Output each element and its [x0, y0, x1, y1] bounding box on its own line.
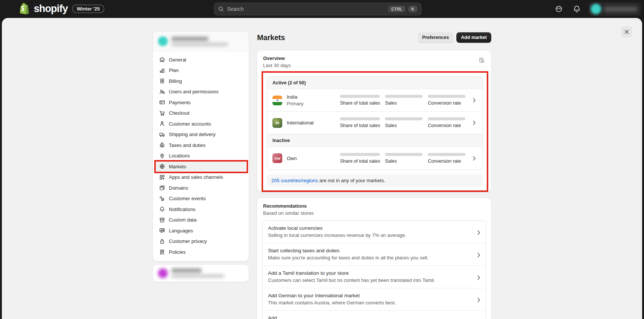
add-market-button[interactable]: Add market [456, 32, 491, 43]
store-icon [159, 57, 165, 63]
recommendations-subtitle: Based on similar stores [263, 210, 485, 216]
view-report-button[interactable] [476, 55, 487, 65]
sidebar-item-customer-accounts[interactable]: Customer accounts [156, 118, 246, 129]
sidebar-item-taxes-and-duties[interactable]: Taxes and duties [156, 140, 246, 151]
market-name: Own [287, 156, 336, 161]
market-metrics: Share of total sales Sales Conversion ra… [340, 117, 465, 128]
money-bag-icon [159, 142, 165, 148]
metric-bar [385, 153, 423, 156]
market-metrics: Share of total sales Sales Conversion ra… [340, 153, 465, 164]
account-menu[interactable] [589, 2, 641, 16]
sidebar-item-customer-privacy[interactable]: Customer privacy [156, 236, 246, 247]
metric-bar [428, 117, 465, 120]
countries-regions-link[interactable]: 205 countries/regions [271, 178, 318, 183]
recommendation-activate-local-currencies[interactable]: Activate local currencies Selling in loc… [263, 221, 486, 243]
market-subtitle: Primary [287, 101, 336, 106]
settings-layout: General Plan Billing Users and permissio… [153, 18, 491, 319]
secondary-account-card[interactable] [153, 265, 249, 282]
countries-footer: 205 countries/regions are not in any of … [267, 174, 483, 187]
shopify-logo: shopify Winter '25 [19, 3, 104, 15]
chevron-right-icon [471, 98, 477, 103]
page-title: Markets [257, 33, 285, 42]
overview-card: Overview Last 30 days Active (2 of 50) [257, 50, 491, 192]
shopify-bag-icon [19, 3, 29, 15]
recommendations-list: Activate local currencies Selling in loc… [262, 220, 486, 319]
chevron-right-icon [477, 230, 480, 237]
apps-grid-icon [159, 174, 165, 180]
redacted-store-name [604, 6, 637, 12]
sidebar-item-customer-events[interactable]: Customer events [156, 193, 246, 204]
truck-icon [159, 132, 165, 138]
sidebar-item-notifications[interactable]: Notifications [156, 204, 246, 215]
market-row-international[interactable]: IN International Share of total sales Sa… [267, 112, 483, 134]
market-row-own[interactable]: OW Own Share of total sales Sales Conver… [267, 147, 483, 169]
metric-bar [385, 117, 423, 120]
users-icon [159, 89, 165, 95]
global-search-input[interactable]: Search CTRL K [214, 3, 421, 15]
chevron-right-icon [471, 120, 477, 125]
store-avatar [591, 4, 601, 14]
recommendations-card: Recommendations Based on similar stores … [257, 198, 491, 319]
sidebar-item-custom-data[interactable]: Custom data [156, 215, 246, 226]
store-avatar-small [158, 36, 168, 46]
cart-icon [159, 110, 165, 116]
settings-modal: General Plan Billing Users and permissio… [2, 18, 642, 319]
sidebar-item-policies[interactable]: Policies [156, 247, 246, 258]
recommendation-tamil-translation[interactable]: Add a Tamil translation to your store Cu… [263, 266, 486, 288]
secondary-avatar [158, 268, 168, 278]
close-button[interactable] [621, 26, 632, 37]
markets-table: Active (2 of 50) India Primary Share of … [267, 76, 483, 170]
person-icon [159, 121, 165, 127]
sidebar-item-domains[interactable]: Domains [156, 183, 246, 193]
sidebar-item-apps-and-sales-channels[interactable]: Apps and sales channels [156, 172, 246, 183]
metric-bar [340, 153, 380, 156]
sidekick-button[interactable] [553, 3, 565, 15]
recommendation-add-german[interactable]: Add German to your International market … [263, 288, 486, 311]
market-name: India [287, 94, 336, 100]
credit-card-icon [159, 99, 165, 105]
archive-box-icon [159, 217, 165, 223]
brand-wordmark: shopify [34, 3, 68, 15]
markets-globe-icon [159, 163, 165, 169]
inactive-section-header: Inactive [267, 134, 483, 147]
sidebar-item-checkout[interactable]: Checkout [156, 108, 246, 119]
topbar-right [553, 0, 641, 18]
sidebar-item-general[interactable]: General [156, 54, 246, 65]
chevron-right-icon [477, 297, 480, 304]
shortcut-k-key: K [408, 6, 417, 12]
search-placeholder: Search [227, 6, 385, 12]
sidebar-item-users-and-permissions[interactable]: Users and permissions [156, 87, 246, 97]
bell-icon [159, 206, 165, 212]
search-icon [218, 6, 224, 12]
shortcut-ctrl-key: CTRL [388, 6, 405, 12]
preferences-button[interactable]: Preferences [418, 32, 454, 43]
india-flag-icon [272, 96, 282, 105]
sidebar-item-billing[interactable]: Billing [156, 76, 246, 87]
countries-footer-text: are not in any of your markets. [318, 178, 385, 183]
market-name: International [287, 120, 336, 126]
metric-bar [385, 95, 423, 98]
sidebar-item-payments[interactable]: Payments [156, 97, 246, 108]
recommendations-title: Recommendations [263, 203, 485, 209]
sidebar-item-languages[interactable]: Languages [156, 225, 246, 236]
sidebar-item-locations[interactable]: Locations [156, 151, 246, 162]
sidebar-item-markets[interactable]: Markets [156, 161, 246, 172]
sidebar-item-shipping-and-delivery[interactable]: Shipping and delivery [156, 129, 246, 140]
market-row-india[interactable]: India Primary Share of total sales Sales… [267, 89, 483, 112]
chevron-right-icon [477, 275, 480, 282]
recommendation-partial-clipped[interactable]: Add … [263, 311, 486, 319]
chevron-right-icon [471, 156, 477, 161]
sidebar-item-plan[interactable]: Plan [156, 65, 246, 76]
redacted-secondary-info [172, 268, 224, 278]
own-badge: OW [272, 153, 282, 163]
topbar: shopify Winter '25 Search CTRL K [0, 0, 644, 18]
metric-bar [428, 153, 465, 156]
translate-icon [159, 228, 165, 234]
notifications-bell-button[interactable] [571, 3, 583, 15]
metric-bar [428, 95, 465, 98]
sidebar-store-header [153, 31, 249, 51]
cursor-click-icon [159, 196, 165, 202]
chevron-right-icon [477, 252, 480, 259]
recommendation-collect-taxes[interactable]: Start collecting taxes and duties Make s… [263, 243, 486, 266]
metric-bar [340, 117, 380, 120]
